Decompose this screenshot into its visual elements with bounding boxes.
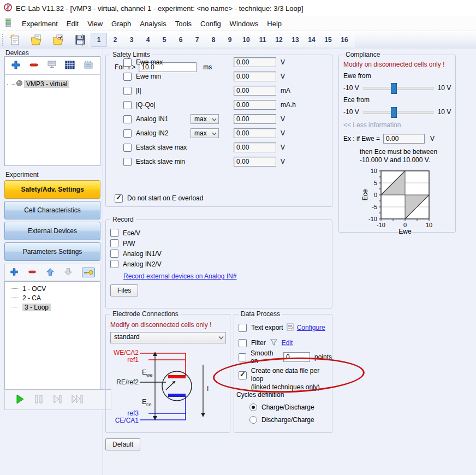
- channel-button[interactable]: 15: [320, 33, 336, 47]
- skip-to-end-icon[interactable]: [72, 394, 84, 406]
- smooth-checkbox[interactable]: [239, 353, 246, 361]
- save-icon[interactable]: [73, 33, 87, 47]
- default-button[interactable]: Default: [105, 438, 140, 450]
- channel-button[interactable]: 1: [91, 33, 107, 47]
- analog-mode-dropdown[interactable]: max: [191, 114, 219, 124]
- device-config-icon[interactable]: [46, 60, 57, 72]
- safety-limit-checkbox[interactable]: [123, 58, 132, 67]
- safety-limit-unit: mA: [281, 87, 290, 94]
- safety-limit-checkbox[interactable]: [123, 87, 132, 95]
- safety-limit-checkbox[interactable]: [123, 101, 132, 109]
- record-title: Record: [110, 216, 136, 223]
- configure-link[interactable]: Configure: [297, 324, 325, 331]
- safety-limit-checkbox[interactable]: [123, 115, 132, 123]
- device-sync-icon[interactable]: [83, 60, 94, 72]
- safety-limit-checkbox[interactable]: [123, 144, 132, 152]
- channel-button[interactable]: 10: [238, 33, 254, 47]
- next-icon[interactable]: [53, 394, 62, 406]
- electrode-connections-group: Electrode Connections Modify on disconne…: [105, 314, 230, 433]
- record-checkbox[interactable]: [110, 260, 118, 268]
- remove-device-icon[interactable]: [29, 60, 39, 72]
- record-checkbox[interactable]: [110, 239, 118, 247]
- ewe-from-slider[interactable]: [364, 83, 433, 93]
- safety-limit-checkbox[interactable]: [123, 129, 132, 138]
- menu-item[interactable]: Tools: [171, 18, 196, 29]
- new-report-icon[interactable]: [8, 33, 22, 47]
- channel-grid-icon[interactable]: [65, 60, 75, 72]
- less-information-link[interactable]: << Less information: [343, 121, 401, 129]
- safety-limit-value[interactable]: 0.00: [234, 57, 276, 67]
- safety-limit-value[interactable]: 0.00: [234, 157, 276, 167]
- channel-button[interactable]: 3: [123, 33, 140, 47]
- record-options: Ece/V P/W Analog IN1/V Analog IN: [110, 228, 162, 269]
- channel-button[interactable]: 2: [107, 33, 123, 47]
- technique-item[interactable]: 3 - Loop: [9, 302, 100, 312]
- connection-mode-dropdown[interactable]: standard: [110, 332, 226, 343]
- pause-icon[interactable]: [34, 394, 43, 406]
- channel-button[interactable]: 5: [156, 33, 172, 47]
- menu-item[interactable]: Graph: [107, 18, 135, 29]
- safety-limit-checkbox[interactable]: [123, 158, 132, 166]
- safety-limit-value[interactable]: 0.00: [234, 72, 276, 81]
- safety-limit-checkbox[interactable]: [123, 73, 132, 81]
- add-technique-icon[interactable]: [10, 268, 19, 278]
- filter-edit-link[interactable]: Edit: [282, 339, 293, 347]
- channel-strip-grip[interactable]: [82, 34, 85, 46]
- files-button[interactable]: Files: [110, 284, 138, 296]
- technique-item[interactable]: 2 - CA: [9, 293, 100, 302]
- safety-limit-value[interactable]: 0.00: [234, 143, 276, 152]
- move-up-icon[interactable]: [46, 268, 55, 278]
- slider-handle[interactable]: [391, 83, 397, 94]
- ece-from-slider[interactable]: [364, 107, 433, 117]
- add-device-icon[interactable]: [11, 60, 21, 72]
- safety-limit-value[interactable]: 0.00: [234, 86, 276, 96]
- cycle-radio[interactable]: [249, 416, 257, 424]
- record-checkbox[interactable]: [110, 250, 118, 258]
- safety-limit-unit: V: [281, 73, 285, 80]
- play-icon[interactable]: [16, 394, 25, 406]
- menu-item[interactable]: Help: [263, 18, 286, 29]
- toolbar-grip[interactable]: [2, 34, 5, 46]
- technique-item[interactable]: 1 - OCV: [9, 284, 100, 293]
- slider-handle[interactable]: [391, 107, 397, 118]
- menu-item[interactable]: Config: [196, 18, 225, 29]
- remove-technique-icon[interactable]: [28, 268, 37, 278]
- analog-mode-dropdown[interactable]: max: [191, 128, 219, 138]
- open-experiment-icon[interactable]: [29, 33, 44, 47]
- channel-button[interactable]: 14: [304, 33, 320, 47]
- example-input[interactable]: 0.00: [383, 134, 425, 144]
- menu-item[interactable]: Windows: [225, 18, 263, 29]
- example-label: Ex : if Ewe =: [343, 135, 380, 143]
- experiment-nav-button[interactable]: Parameters Settings: [4, 242, 100, 261]
- filter-checkbox[interactable]: [239, 339, 247, 347]
- experiment-nav-button[interactable]: Cell Characteristics: [4, 201, 100, 219]
- overload-checkbox[interactable]: [115, 194, 123, 203]
- experiment-nav-button[interactable]: Safety/Adv. Settings: [4, 180, 100, 199]
- record-checkbox[interactable]: [110, 229, 118, 237]
- channel-button[interactable]: 8: [205, 33, 222, 47]
- menu-item[interactable]: Analysis: [135, 18, 170, 29]
- open-graph-icon[interactable]: [51, 33, 66, 47]
- move-down-icon[interactable]: [64, 268, 73, 278]
- safety-limit-value[interactable]: 0.00: [234, 128, 276, 138]
- text-export-checkbox[interactable]: [239, 324, 247, 332]
- menu-item[interactable]: Experiment: [17, 18, 62, 29]
- device-item-vmp3[interactable]: VMP3 - virtual: [24, 80, 69, 88]
- channel-button[interactable]: 4: [140, 33, 156, 47]
- channel-button[interactable]: 11: [254, 33, 271, 47]
- experiment-nav-button[interactable]: External Devices: [4, 222, 100, 240]
- channel-button[interactable]: 12: [271, 33, 287, 47]
- menu-item[interactable]: View: [83, 18, 107, 29]
- channel-button[interactable]: 6: [172, 33, 189, 47]
- menu-item[interactable]: Edit: [62, 18, 83, 29]
- safety-limit-value[interactable]: 0.00: [234, 100, 276, 110]
- channel-button[interactable]: 13: [287, 33, 304, 47]
- safety-limit-label: Ewe max: [136, 58, 191, 66]
- record-external-link[interactable]: Record external devices on Analog IN#: [123, 272, 236, 280]
- channel-button[interactable]: 16: [336, 33, 353, 47]
- channel-button[interactable]: 9: [222, 33, 238, 47]
- safety-limit-value[interactable]: 0.00: [234, 114, 276, 124]
- edit-key-icon[interactable]: [82, 268, 95, 277]
- cycle-radio[interactable]: [249, 403, 257, 411]
- channel-button[interactable]: 7: [189, 33, 205, 47]
